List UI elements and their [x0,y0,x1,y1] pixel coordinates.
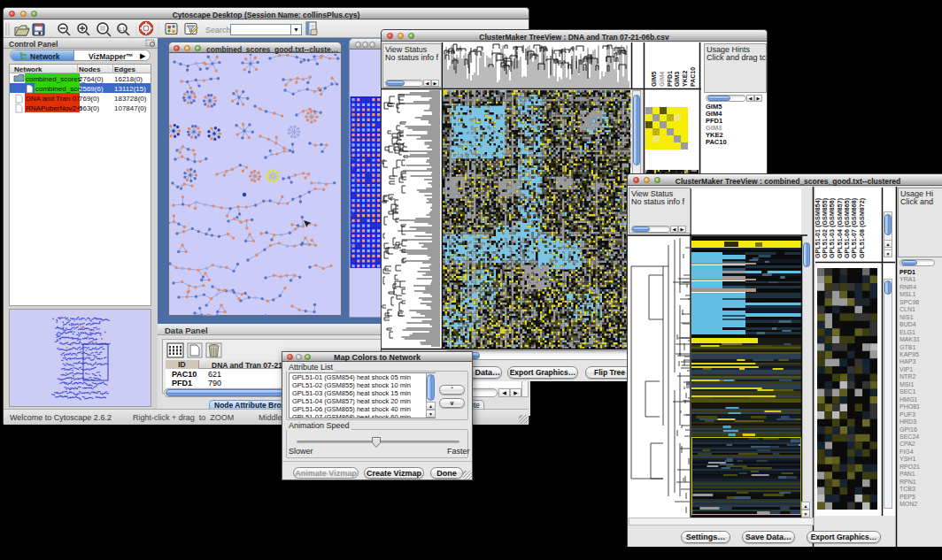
svg-text:1:1: 1:1 [119,27,125,32]
